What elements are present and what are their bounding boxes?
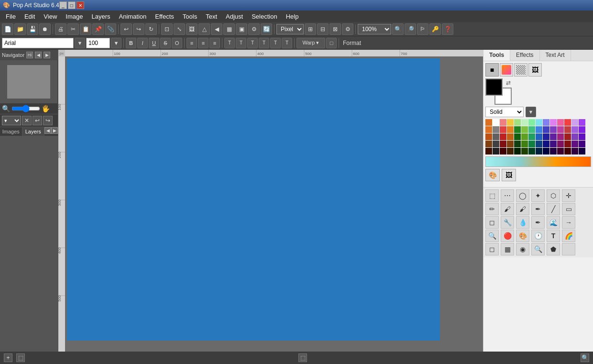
color-swatch[interactable] [521, 133, 528, 140]
text-t2[interactable]: T [236, 38, 246, 48]
color-swatch[interactable] [514, 126, 521, 133]
maximize-button[interactable]: □ [68, 1, 76, 9]
zoom-combo[interactable]: 100% [358, 24, 391, 34]
zoom-out-icon[interactable]: 🔍 [2, 105, 10, 112]
color-texture-btn[interactable]: 🖼 [528, 63, 542, 77]
tab-images[interactable]: Images [0, 127, 22, 136]
color-swatch[interactable] [500, 133, 506, 140]
color-swatch[interactable] [543, 148, 549, 154]
menu-text[interactable]: Text [202, 12, 221, 21]
tb-help[interactable]: ❓ [442, 23, 453, 35]
tool-dropper[interactable]: 💧 [516, 216, 529, 229]
tb-rotate[interactable]: ↻ [145, 23, 157, 35]
font-size-input[interactable] [86, 38, 110, 48]
layer-next-btn[interactable]: ↪ [43, 116, 53, 125]
text-t6[interactable]: T [282, 38, 292, 48]
color-swatch[interactable] [521, 141, 528, 147]
text-underline[interactable]: U [149, 38, 159, 48]
color-swatch[interactable] [521, 148, 528, 154]
color-swatch[interactable] [521, 119, 528, 126]
color-swatch[interactable] [485, 119, 492, 126]
solid-dropdown-btn[interactable]: ▼ [526, 107, 536, 117]
color-swatch[interactable] [493, 133, 499, 140]
status-canvas-btn[interactable]: ⬚ [298, 353, 307, 362]
color-solid-btn[interactable]: ■ [485, 63, 499, 77]
tb-paste[interactable]: 📌 [92, 23, 104, 35]
tb-arrow[interactable]: ◀ [211, 23, 222, 35]
tool-brush[interactable]: 🖌 [501, 203, 514, 215]
color-swatch[interactable] [500, 119, 506, 126]
text-t3[interactable]: T [247, 38, 258, 48]
tool-pen[interactable]: ✒ [531, 216, 545, 229]
swap-colors-btn[interactable]: ⇄ [506, 79, 511, 86]
color-swatch[interactable] [493, 148, 499, 154]
tool-airbrush[interactable]: ✒ [531, 203, 545, 215]
tb-zoom-in[interactable]: 🔍 [392, 23, 404, 35]
color-swatch[interactable] [571, 119, 578, 126]
tb-box2[interactable]: ▣ [236, 23, 247, 35]
text-t4[interactable]: T [259, 38, 269, 48]
font-dropdown-btn[interactable]: ▼ [75, 38, 85, 48]
color-swatch[interactable] [493, 119, 499, 126]
font-size-dropdown-btn[interactable]: ▼ [111, 38, 121, 48]
color-swatch[interactable] [514, 148, 521, 154]
tool-pencil[interactable]: ✏ [485, 203, 499, 215]
color-swatch[interactable] [536, 148, 542, 154]
color-swatch[interactable] [564, 148, 571, 154]
color-swatch[interactable] [514, 119, 521, 126]
color-swatch[interactable] [543, 126, 549, 133]
menu-effects[interactable]: Effects [151, 12, 178, 21]
tab-arrow-right[interactable]: ▶ [51, 127, 58, 134]
tool-move[interactable]: ✛ [562, 189, 575, 202]
tb-gear[interactable]: ⚙ [248, 23, 260, 35]
hand-icon[interactable]: 🖐 [42, 105, 50, 112]
zoom-slider[interactable] [11, 105, 40, 112]
status-add-btn[interactable]: + [4, 353, 12, 362]
tb-key[interactable]: 🔑 [429, 23, 441, 35]
tool-heal[interactable]: ▦ [501, 243, 514, 255]
tool-blur[interactable]: 🌊 [547, 216, 560, 229]
color-swatch[interactable] [564, 141, 571, 147]
tb-img[interactable]: 🖼 [186, 23, 198, 35]
color-swatch[interactable] [543, 119, 549, 126]
color-swatch[interactable] [564, 126, 571, 133]
color-swatch[interactable] [528, 133, 535, 140]
tb-grid1[interactable]: ⊞ [305, 23, 316, 35]
hi-btn[interactable]: Hi [26, 52, 33, 58]
menu-image[interactable]: Image [62, 12, 87, 21]
status-zoom-btn[interactable]: 🔍 [581, 353, 589, 362]
color-swatch[interactable] [571, 141, 578, 147]
tool-color-picker[interactable]: ◉ [516, 243, 529, 255]
color-swatch[interactable] [564, 133, 571, 140]
tool-text[interactable]: T [547, 230, 560, 242]
tb-grid3[interactable]: ⊠ [329, 23, 341, 35]
color-swatch[interactable] [550, 148, 557, 154]
text-bold[interactable]: B [126, 38, 136, 48]
color-swatch[interactable] [550, 141, 557, 147]
menu-file[interactable]: File [2, 12, 20, 21]
menu-tools[interactable]: Tools [179, 12, 201, 21]
tab-layers[interactable]: Layers [22, 127, 45, 136]
color-swatch[interactable] [550, 126, 557, 133]
align-right[interactable]: ≡ [209, 38, 220, 48]
color-swatch[interactable] [536, 119, 542, 126]
tb-open[interactable]: 📁 [14, 23, 26, 35]
menu-adjust[interactable]: Adjust [222, 12, 247, 21]
texture-sample-btn[interactable]: 🖼 [502, 169, 516, 181]
tool-zoom[interactable]: 🔍 [485, 230, 499, 242]
tb-triangle[interactable]: △ [198, 23, 210, 35]
color-swatch[interactable] [579, 141, 585, 147]
color-swatch[interactable] [493, 141, 499, 147]
tool-crop[interactable]: ◻ [485, 243, 499, 255]
tool-rect-select[interactable]: ⬚ [485, 189, 499, 202]
menu-layers[interactable]: Layers [88, 12, 114, 21]
paint-bucket-btn[interactable]: 🎨 [485, 169, 500, 181]
solid-combo[interactable]: Solid [485, 107, 524, 117]
color-swatch[interactable] [579, 133, 585, 140]
color-swatch[interactable] [485, 141, 492, 147]
align-left[interactable]: ≡ [187, 38, 197, 48]
layer-close-btn[interactable]: ✕ [22, 116, 32, 125]
color-swatch[interactable] [579, 126, 585, 133]
color-swatch[interactable] [507, 148, 514, 154]
tb-box1[interactable]: ▦ [223, 23, 235, 35]
